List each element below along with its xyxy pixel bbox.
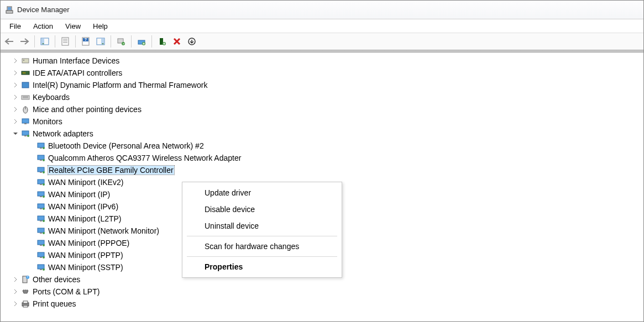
svg-point-66 [43, 256, 45, 258]
tree-label: WAN Miniport (SSTP) [48, 263, 123, 272]
network-adapter-icon [36, 214, 46, 223]
svg-rect-43 [38, 167, 44, 172]
tree-label: Monitors [33, 117, 62, 126]
svg-rect-61 [38, 240, 44, 245]
context-menu-scan-hardware[interactable]: Scan for hardware changes [182, 238, 342, 255]
svg-point-24 [23, 72, 24, 73]
tree-node-network[interactable]: Network adapters [12, 128, 643, 140]
svg-rect-55 [38, 216, 44, 220]
svg-text:?: ? [85, 38, 87, 41]
tree-node-bt[interactable]: Bluetooth Device (Personal Area Network)… [12, 140, 643, 152]
toolbar: ? [1, 33, 643, 50]
tree-node-mice[interactable]: Mice and other pointing devices [12, 103, 643, 115]
scan-hardware-button[interactable] [114, 35, 128, 48]
chevron-down-icon[interactable] [12, 130, 19, 138]
context-menu-separator [187, 256, 337, 257]
spacer [27, 215, 35, 223]
svg-point-45 [43, 171, 45, 173]
toolbar-separator [55, 35, 55, 47]
tree-node-intel[interactable]: Intel(R) Dynamic Platform and Thermal Fr… [12, 79, 643, 91]
tree-label: Human Interface Devices [33, 56, 119, 65]
tree-node-realtek[interactable]: Realtek PCIe GBE Family Controller [12, 164, 643, 176]
device-manager-icon [5, 6, 14, 14]
svg-rect-59 [40, 233, 42, 234]
svg-rect-64 [38, 252, 44, 257]
tree-node-qca[interactable]: Qualcomm Atheros QCA9377 Wireless Networ… [12, 152, 643, 164]
chevron-right-icon[interactable] [12, 81, 19, 89]
enable-device-button[interactable] [155, 35, 169, 48]
svg-rect-34 [22, 131, 29, 135]
update-driver-button[interactable] [135, 35, 148, 48]
ports-icon [20, 287, 30, 296]
chevron-right-icon[interactable] [12, 118, 19, 125]
spacer [27, 203, 35, 210]
printer-icon [20, 299, 30, 308]
disable-device-button[interactable] [185, 35, 198, 48]
context-menu-disable-device[interactable]: Disable device [182, 201, 342, 218]
menu-view[interactable]: View [60, 21, 86, 31]
chevron-right-icon[interactable] [12, 276, 19, 283]
menu-action[interactable]: Action [28, 21, 59, 31]
help-button[interactable]: ? [79, 35, 92, 48]
forward-button[interactable] [18, 35, 31, 48]
context-menu-update-driver[interactable]: Update driver [182, 184, 342, 201]
svg-rect-49 [38, 192, 44, 196]
network-adapter-icon [36, 190, 46, 199]
spacer [27, 263, 35, 271]
svg-rect-56 [40, 220, 42, 221]
svg-rect-53 [40, 208, 42, 209]
tree-label-selected: Realtek PCIe GBE Family Controller [48, 166, 174, 175]
spacer [27, 227, 35, 235]
svg-rect-41 [40, 160, 42, 161]
chevron-right-icon[interactable] [12, 288, 19, 295]
chevron-right-icon[interactable] [12, 105, 19, 113]
ide-icon [20, 68, 30, 77]
spacer [27, 251, 35, 259]
properties-button[interactable] [59, 35, 72, 48]
other-devices-icon: ? [20, 275, 30, 284]
network-adapter-icon [36, 154, 46, 162]
menu-file[interactable]: File [4, 21, 27, 31]
tree-node-monitors[interactable]: Monitors [12, 115, 643, 128]
platform-icon [20, 81, 30, 89]
toolbar-separator [111, 35, 111, 47]
tree-label: IDE ATA/ATAPI controllers [33, 68, 122, 77]
chevron-right-icon[interactable] [12, 69, 19, 77]
svg-point-36 [27, 135, 29, 137]
svg-rect-62 [40, 245, 42, 246]
network-adapter-icon [36, 226, 46, 235]
chevron-right-icon[interactable] [12, 300, 19, 308]
menubar: File Action View Help [1, 19, 643, 33]
svg-point-42 [43, 159, 45, 161]
chevron-right-icon[interactable] [12, 57, 19, 65]
menu-help[interactable]: Help [87, 21, 113, 31]
action-pane-button[interactable] [94, 35, 107, 48]
spacer [27, 166, 35, 174]
svg-rect-38 [40, 147, 42, 149]
tree-label: Network adapters [33, 129, 93, 138]
uninstall-device-button[interactable] [170, 35, 184, 48]
svg-rect-67 [38, 265, 44, 269]
tree-node-keyboards[interactable]: Keyboards [12, 91, 643, 103]
context-menu-properties[interactable]: Properties [182, 258, 342, 275]
show-hide-console-tree-button[interactable] [38, 35, 51, 48]
tree-node-ports[interactable]: Ports (COM & LPT) [12, 286, 643, 298]
svg-rect-40 [38, 155, 44, 160]
tree-node-hid[interactable]: Human Interface Devices [12, 55, 643, 67]
svg-point-25 [24, 72, 25, 73]
svg-rect-68 [40, 269, 42, 270]
context-menu-uninstall-device[interactable]: Uninstall device [182, 218, 342, 234]
back-button[interactable] [3, 35, 16, 48]
chevron-right-icon[interactable] [12, 93, 19, 101]
tree-label: Ports (COM & LPT) [33, 287, 100, 296]
spacer [27, 178, 35, 186]
svg-rect-32 [22, 119, 29, 123]
network-adapter-icon [36, 178, 46, 187]
tree-node-ide[interactable]: IDE ATA/ATAPI controllers [12, 67, 643, 79]
network-adapter-icon [36, 202, 46, 211]
tree-node-print[interactable]: Print queues [12, 298, 643, 310]
context-menu: Update driver Disable device Uninstall d… [182, 182, 342, 278]
svg-point-57 [43, 220, 45, 222]
tree-label: Mice and other pointing devices [33, 105, 142, 114]
tree-label: Intel(R) Dynamic Platform and Thermal Fr… [33, 81, 207, 89]
